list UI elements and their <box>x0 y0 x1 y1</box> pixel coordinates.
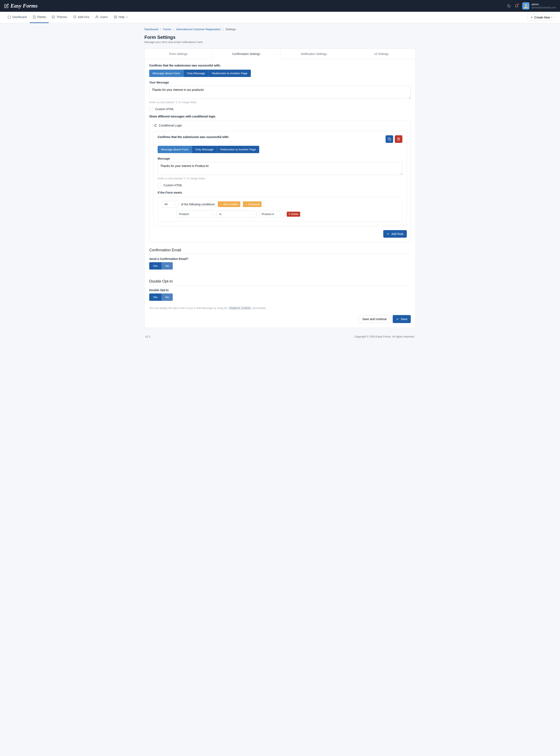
tab-ui-settings[interactable]: UI Settings <box>348 49 415 59</box>
page-footer: v2.2 Copyright © 2024 Easy Forms. All ri… <box>144 335 416 340</box>
scope-select[interactable]: All ⌄ <box>162 201 178 208</box>
home-icon <box>7 15 11 19</box>
divider <box>149 285 411 286</box>
rule-custom-html-checkbox[interactable] <box>158 183 161 187</box>
svg-point-5 <box>96 16 97 17</box>
bell-icon[interactable] <box>515 4 518 8</box>
rule-opt-message-above[interactable]: Message above Form <box>158 146 192 153</box>
check-square-icon <box>33 15 36 19</box>
email-label: Send a Confirmation Email? <box>149 257 411 260</box>
svg-point-2 <box>53 17 53 17</box>
close-icon: ✕ <box>288 213 291 216</box>
svg-line-12 <box>154 124 155 125</box>
condition-value-select[interactable]: Product A ⌄ <box>259 211 284 217</box>
chevron-down-icon: ⌄ <box>210 213 212 215</box>
crumb-form-name[interactable]: International Customer Registration <box>176 28 221 31</box>
custom-html-checkbox[interactable] <box>149 107 153 111</box>
opt-only-message[interactable]: Only Message <box>184 70 208 77</box>
tab-confirmation-settings[interactable]: Confirmation Settings <box>212 49 280 59</box>
plus-icon: ＋ <box>245 203 247 206</box>
create-new-button[interactable]: Create New ▾ <box>527 14 555 21</box>
condition-operator-select[interactable]: is ⌄ <box>217 211 257 217</box>
add-rule-button[interactable]: Add Rule <box>383 230 407 238</box>
delete-condition-button[interactable]: ✕ Delete <box>287 212 300 217</box>
condition-field-select[interactable]: Product ⌄ <box>176 211 214 217</box>
email-no[interactable]: No <box>162 262 173 270</box>
svg-rect-13 <box>389 139 391 141</box>
optin-help: You can display the Opt-In link in your … <box>149 307 411 310</box>
email-toggle: Yes No <box>149 262 173 270</box>
svg-point-6 <box>114 16 117 18</box>
tab-form-settings[interactable]: Form Settings <box>145 49 212 59</box>
delete-rule-button[interactable] <box>395 135 402 143</box>
duplicate-rule-button[interactable] <box>385 135 393 143</box>
opt-message-above[interactable]: Message above Form <box>149 70 184 77</box>
users-icon <box>95 15 99 19</box>
nav-forms[interactable]: Forms <box>30 12 49 23</box>
lifebuoy-icon <box>114 15 117 19</box>
trash-icon <box>397 138 400 141</box>
optin-placeholder-chip: {{optin_link}} <box>228 307 252 310</box>
divider <box>149 254 411 254</box>
crumb-dashboard[interactable]: Dashboard <box>144 28 158 31</box>
save-button[interactable]: Save <box>393 315 411 323</box>
rule-custom-html-label: Custom HTML <box>163 184 182 187</box>
nav-addons[interactable]: Add-Ons <box>70 12 92 23</box>
email-yes[interactable]: Yes <box>149 262 162 270</box>
nav-dashboard[interactable]: Dashboard <box>5 12 30 23</box>
logo[interactable]: Easy Forms <box>4 3 38 9</box>
edit-icon <box>4 4 9 8</box>
optin-no[interactable]: No <box>162 293 173 301</box>
custom-html-label: Custom HTML <box>155 107 174 111</box>
optin-section-title: Double Opt-In <box>149 279 411 284</box>
version-text: v2.2 <box>145 335 151 338</box>
crumb-forms[interactable]: Forms <box>163 28 171 31</box>
cond-title: Conditional Logic <box>159 124 182 127</box>
rule-opt-only-message[interactable]: Only Message <box>192 146 217 153</box>
dark-mode-icon[interactable] <box>507 4 511 8</box>
user-menu[interactable]: admin admin@example.com <box>522 2 556 9</box>
palette-icon <box>52 15 55 19</box>
shuffle-icon <box>153 124 157 127</box>
rule-opt-redirect[interactable]: Redirection to Another Page <box>217 146 259 153</box>
rule-merge-help: Enter a curly bracket "{" to merge field… <box>158 177 402 180</box>
meets-label: If the Form meets <box>158 191 402 194</box>
confirm-type-group: Message above Form Only Message Redirect… <box>149 70 251 77</box>
crumb-current: Settings <box>226 28 236 31</box>
nav-users[interactable]: Users <box>92 12 111 23</box>
email-section-title: Confirmation Email <box>149 248 411 252</box>
settings-card: Form Settings Confirmation Settings Noti… <box>144 49 416 328</box>
user-email: admin@example.com <box>532 6 556 9</box>
add-condition-button[interactable]: ＋ Add condition <box>218 202 240 207</box>
breadcrumb: Dashboard / Forms / International Custom… <box>144 28 416 31</box>
chevron-down-icon: ⌄ <box>280 213 282 215</box>
chevron-down-icon: ⌄ <box>175 203 176 205</box>
save-continue-button[interactable]: Save and continue <box>359 315 390 323</box>
tab-notification-settings[interactable]: Notification Settings <box>280 49 348 59</box>
your-message-input[interactable] <box>149 86 411 99</box>
add-group-button[interactable]: ＋ Add group <box>243 202 262 207</box>
rule-message-input[interactable] <box>158 162 402 175</box>
conditional-logic-card: Conditional Logic Confirms that the subm… <box>149 121 411 242</box>
copy-icon <box>388 138 391 141</box>
user-name: admin <box>532 3 556 6</box>
plus-icon <box>387 232 389 235</box>
svg-point-0 <box>525 4 527 6</box>
plus-icon <box>530 16 533 19</box>
rule-message-label: Message <box>158 157 402 160</box>
avatar <box>522 2 529 9</box>
navbar: Dashboard Forms Themes Add-Ons Users Hel… <box>0 12 560 23</box>
page-title: Form Settings <box>144 35 416 40</box>
page-subtitle: Manage your form and email notifications… <box>144 41 416 44</box>
optin-yes[interactable]: Yes <box>149 293 162 301</box>
puzzle-icon <box>73 15 76 19</box>
rule-heading: Confirms that the submission was success… <box>158 135 229 139</box>
confirm-heading: Confirms that the submission was success… <box>149 64 411 67</box>
chevron-down-icon: ⌄ <box>253 213 254 215</box>
cond-heading: Show different messages with conditional… <box>149 115 411 118</box>
brand-text: Easy Forms <box>11 3 38 9</box>
your-message-label: Your Message <box>149 81 411 84</box>
opt-redirect[interactable]: Redirection to Another Page <box>208 70 251 77</box>
nav-help[interactable]: Help ▾ <box>111 12 131 23</box>
nav-themes[interactable]: Themes <box>49 12 70 23</box>
